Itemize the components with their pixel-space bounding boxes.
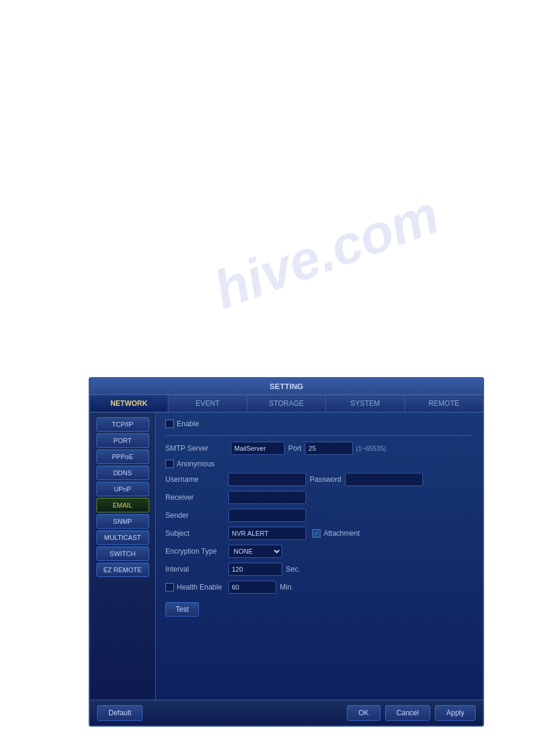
- subject-label: Subject: [165, 529, 228, 538]
- default-button[interactable]: Default: [97, 705, 143, 721]
- main-panel: Enable SMTP Server Port (1~65535) Anonym…: [156, 412, 483, 700]
- encryption-select[interactable]: NONE SSL TLS: [228, 545, 282, 558]
- receiver-row: Receiver: [165, 491, 473, 504]
- tab-bar: NETWORK EVENT STORAGE SYSTEM REMOTE: [90, 395, 483, 412]
- smtp-server-label: SMTP Server: [165, 444, 228, 453]
- interval-label: Interval: [165, 565, 228, 573]
- port-input[interactable]: [305, 442, 353, 455]
- tab-remote[interactable]: REMOTE: [405, 395, 483, 412]
- enable-label: Enable: [177, 420, 199, 428]
- tab-system[interactable]: SYSTEM: [326, 395, 404, 412]
- test-row: Test: [165, 599, 473, 617]
- attachment-checkbox[interactable]: [312, 529, 321, 538]
- tab-storage[interactable]: STORAGE: [247, 395, 326, 412]
- sidebar-item-port[interactable]: PORT: [96, 433, 149, 448]
- username-label: Username: [165, 475, 228, 484]
- enable-checkbox[interactable]: [165, 420, 174, 428]
- title-label: SETTING: [270, 382, 303, 391]
- bottom-btn-group: OK Cancel Apply: [347, 705, 476, 721]
- sidebar-item-snmp[interactable]: SNMP: [96, 514, 149, 529]
- health-checkbox[interactable]: [165, 583, 174, 591]
- sidebar-item-email[interactable]: EMAIL: [96, 498, 149, 512]
- settings-panel: SETTING NETWORK EVENT STORAGE SYSTEM REM…: [89, 377, 484, 727]
- port-range: (1~65535): [356, 445, 386, 452]
- smtp-server-row: SMTP Server Port (1~65535): [165, 442, 473, 455]
- sidebar-item-pppoe[interactable]: PPPoE: [96, 450, 149, 464]
- attachment-wrap[interactable]: Attachment: [312, 529, 360, 538]
- anonymous-checkbox-wrap[interactable]: Anonymous: [165, 460, 214, 468]
- divider: [165, 435, 473, 436]
- port-label: Port: [288, 444, 301, 453]
- interval-row: Interval Sec.: [165, 563, 473, 576]
- sender-label: Sender: [165, 511, 228, 520]
- subject-input[interactable]: [228, 527, 306, 540]
- encryption-label: Encryption Type: [165, 547, 228, 555]
- apply-button[interactable]: Apply: [435, 705, 476, 721]
- username-input[interactable]: [228, 473, 306, 486]
- anonymous-row: Anonymous: [165, 460, 473, 468]
- anonymous-checkbox[interactable]: [165, 460, 174, 468]
- username-row: Username Password: [165, 473, 473, 486]
- anonymous-label: Anonymous: [177, 460, 214, 468]
- health-label: Health Enable: [177, 583, 222, 591]
- health-value-input[interactable]: [228, 581, 276, 594]
- sidebar-item-multicast[interactable]: MULTICAST: [96, 530, 149, 545]
- encryption-row: Encryption Type NONE SSL TLS: [165, 545, 473, 558]
- ok-button[interactable]: OK: [347, 705, 380, 721]
- receiver-label: Receiver: [165, 493, 228, 502]
- password-label: Password: [310, 475, 341, 484]
- sender-row: Sender: [165, 509, 473, 522]
- health-row: Health Enable Min.: [165, 581, 473, 594]
- tab-event[interactable]: EVENT: [168, 395, 247, 412]
- smtp-server-input[interactable]: [231, 442, 285, 455]
- password-input[interactable]: [345, 473, 423, 486]
- tab-network[interactable]: NETWORK: [90, 395, 168, 412]
- test-button[interactable]: Test: [165, 602, 199, 617]
- sidebar-item-ddns[interactable]: DDNS: [96, 466, 149, 480]
- attachment-label: Attachment: [324, 529, 360, 538]
- sidebar-item-tcpip[interactable]: TCP/IP: [96, 417, 149, 432]
- title-bar: SETTING: [90, 378, 483, 395]
- watermark: hive.com: [206, 183, 447, 321]
- health-checkbox-wrap[interactable]: Health Enable: [165, 583, 228, 591]
- interval-input[interactable]: [228, 563, 282, 576]
- enable-row: Enable: [165, 420, 473, 428]
- sidebar-item-upnp[interactable]: UPnP: [96, 482, 149, 496]
- sender-input[interactable]: [228, 509, 306, 522]
- subject-row: Subject Attachment: [165, 527, 473, 540]
- cancel-button[interactable]: Cancel: [385, 705, 430, 721]
- bottom-bar: Default OK Cancel Apply: [90, 700, 483, 725]
- receiver-input[interactable]: [228, 491, 306, 504]
- sidebar-item-switch[interactable]: SWITCH: [96, 546, 149, 561]
- content-area: TCP/IP PORT PPPoE DDNS UPnP EMAIL SNMP M…: [90, 412, 483, 700]
- health-unit: Min.: [280, 583, 294, 591]
- enable-checkbox-wrap[interactable]: Enable: [165, 420, 199, 428]
- sidebar: TCP/IP PORT PPPoE DDNS UPnP EMAIL SNMP M…: [90, 412, 156, 700]
- sidebar-item-ezremote[interactable]: EZ REMOTE: [96, 563, 149, 577]
- interval-unit: Sec.: [286, 565, 300, 573]
